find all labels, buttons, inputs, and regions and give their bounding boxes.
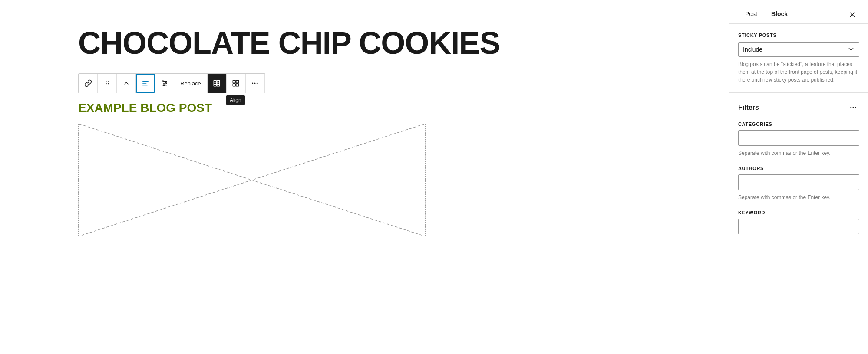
categories-help: Separate with commas or the Enter key.	[738, 149, 859, 157]
authors-group: AUTHORS Separate with commas or the Ente…	[738, 166, 859, 201]
list-view-button[interactable]	[208, 74, 227, 93]
svg-rect-21	[233, 80, 235, 83]
svg-point-12	[162, 81, 163, 82]
close-button[interactable]	[845, 8, 859, 22]
svg-rect-22	[236, 80, 239, 83]
grid-view-button[interactable]	[227, 74, 246, 93]
svg-rect-15	[214, 80, 216, 86]
svg-rect-16	[217, 80, 220, 86]
categories-label: CATEGORIES	[738, 121, 859, 127]
svg-point-32	[850, 107, 851, 108]
post-title: CHOCOLATE CHIP COOKIES	[78, 26, 694, 60]
filters-header: Filters	[738, 102, 859, 114]
svg-point-13	[165, 83, 166, 84]
tab-block[interactable]: Block	[764, 6, 795, 23]
editor-area: CHOCOLATE CHIP COOKIES	[0, 0, 729, 354]
keyword-label: KEYWORD	[738, 210, 859, 215]
more-options-button[interactable]	[246, 74, 265, 93]
svg-point-2	[106, 83, 106, 84]
categories-group: CATEGORIES Separate with commas or the E…	[738, 121, 859, 157]
move-up-button[interactable]	[117, 74, 136, 93]
sidebar: Post Block STICKY POSTS Include Exclude …	[729, 0, 868, 354]
link-button[interactable]	[79, 74, 98, 93]
svg-point-0	[106, 81, 106, 82]
svg-point-14	[163, 85, 165, 86]
replace-button[interactable]: Replace	[174, 74, 208, 93]
block-toolbar: Replace	[78, 73, 265, 93]
tab-post[interactable]: Post	[738, 6, 764, 23]
categories-input[interactable]	[738, 130, 859, 146]
sticky-posts-section: STICKY POSTS Include Exclude Only Blog p…	[738, 33, 859, 84]
image-placeholder	[78, 124, 426, 236]
sidebar-divider	[729, 92, 868, 93]
sticky-posts-title: STICKY POSTS	[738, 33, 859, 38]
sidebar-header: Post Block	[729, 0, 868, 24]
filters-more-button[interactable]	[847, 102, 859, 114]
authors-label: AUTHORS	[738, 166, 859, 171]
sidebar-tabs: Post Block	[738, 6, 795, 23]
filters-section: Filters CATEGORIES Separate with commas …	[738, 102, 859, 234]
svg-point-34	[855, 107, 856, 108]
filters-title: Filters	[738, 104, 759, 111]
sidebar-content: STICKY POSTS Include Exclude Only Blog p…	[729, 24, 868, 354]
drag-button[interactable]	[98, 74, 117, 93]
sticky-posts-help: Blog posts can be "stickied", a feature …	[738, 60, 859, 84]
svg-point-27	[257, 83, 258, 84]
svg-rect-24	[236, 84, 239, 86]
authors-input[interactable]	[738, 174, 859, 190]
svg-point-33	[853, 107, 854, 108]
svg-rect-23	[233, 84, 235, 86]
keyword-input[interactable]	[738, 219, 859, 234]
align-button[interactable]	[136, 74, 155, 93]
blog-post-link[interactable]: EXAMPLE BLOG POST	[78, 101, 694, 115]
settings-button[interactable]	[155, 74, 174, 93]
keyword-group: KEYWORD	[738, 210, 859, 234]
svg-point-1	[108, 81, 109, 82]
sticky-posts-select[interactable]: Include Exclude Only	[738, 42, 859, 57]
svg-point-26	[254, 83, 256, 84]
authors-help: Separate with commas or the Enter key.	[738, 193, 859, 201]
align-tooltip: Align	[226, 95, 245, 105]
svg-point-5	[108, 85, 109, 85]
svg-point-3	[108, 83, 109, 84]
svg-point-25	[252, 83, 253, 84]
svg-point-4	[106, 85, 106, 85]
